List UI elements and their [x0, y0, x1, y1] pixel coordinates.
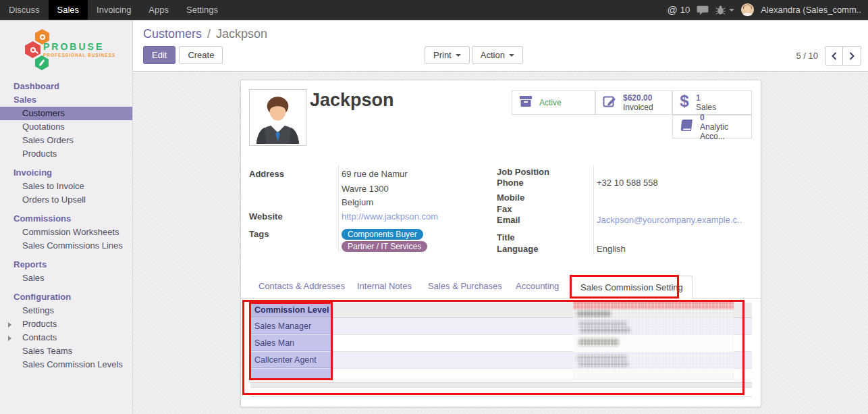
- tab-sales-commission-setting[interactable]: Sales Commission Setting: [571, 276, 693, 299]
- sidebar-item-sales-teams[interactable]: Sales Teams: [0, 344, 132, 358]
- address-line-2[interactable]: Wavre 1300: [342, 184, 389, 194]
- sidebar-section-invoicing[interactable]: Invoicing: [0, 166, 132, 180]
- action-dropdown-button[interactable]: Action: [472, 46, 523, 64]
- tab-accounting[interactable]: Accounting: [516, 281, 559, 291]
- sidebar-section-configuration[interactable]: Configuration: [0, 290, 132, 304]
- create-button[interactable]: Create: [179, 46, 223, 64]
- sales-stat-button[interactable]: $ 1 Sales: [672, 90, 752, 115]
- print-dropdown-button[interactable]: Print: [425, 46, 470, 64]
- customer-photo[interactable]: [249, 89, 306, 146]
- email-link[interactable]: Jackpson@yourcompany.example.c..: [597, 215, 742, 225]
- sidebar-item-sales-commission-levels[interactable]: Sales Commission Levels: [0, 358, 132, 371]
- logo-subtitle: PROFESSIONAL BUSINESS: [43, 53, 115, 57]
- tag-partner-it-services[interactable]: Partner / IT Services: [342, 241, 427, 252]
- address-line-1[interactable]: 69 rue de Namur: [342, 169, 408, 179]
- sidebar-section-dashboard[interactable]: Dashboard: [0, 80, 132, 93]
- sidebar-item-products[interactable]: Products: [0, 147, 132, 161]
- redacted-value: [578, 361, 628, 367]
- breadcrumb-separator: /: [205, 27, 213, 41]
- table-horizontal-scrollbar[interactable]: [250, 382, 752, 388]
- redacted-table-region: [573, 300, 734, 380]
- messages-icon[interactable]: [697, 5, 709, 16]
- sidebar-item-config-contacts[interactable]: Contacts: [0, 331, 132, 344]
- redacted-value: [577, 355, 627, 361]
- analytic-accounts-stat-button[interactable]: 0 Analytic Acco...: [672, 115, 752, 138]
- sidebar-item-quotations[interactable]: Quotations: [0, 120, 132, 134]
- sidebar-item-customers[interactable]: Customers: [0, 107, 132, 120]
- tab-sales-purchases[interactable]: Sales & Purchases: [428, 281, 502, 291]
- address-line-3[interactable]: Belgium: [342, 197, 373, 207]
- website-link[interactable]: http://www.jackpson.com: [342, 211, 438, 222]
- breadcrumb-current: Jackpson: [216, 27, 267, 41]
- nav-item-discuss[interactable]: Discuss: [0, 0, 49, 20]
- tag-components-buyer[interactable]: Components Buyer: [342, 229, 423, 240]
- breadcrumb: Customers / Jackpson: [143, 27, 267, 41]
- dollar-icon: $: [679, 93, 690, 113]
- active-status-label: Active: [539, 98, 562, 107]
- debug-bug-icon[interactable]: [715, 5, 734, 16]
- website-label: Website: [249, 211, 283, 222]
- sidebar-item-commission-worksheets[interactable]: Commission Worksheets: [0, 226, 132, 239]
- nav-item-apps[interactable]: Apps: [140, 0, 178, 20]
- sidebar-section-reports[interactable]: Reports: [0, 258, 132, 271]
- sidebar-item-settings[interactable]: Settings: [0, 304, 132, 317]
- expand-caret-icon[interactable]: [8, 336, 11, 341]
- invoiced-label: Invoiced: [623, 103, 653, 112]
- email-label: Email: [497, 215, 520, 225]
- logo-title: PROBUSE: [43, 41, 104, 52]
- title-label: Title: [497, 232, 515, 242]
- fax-label: Fax: [497, 204, 512, 214]
- sidebar-item-config-products[interactable]: Products: [0, 317, 132, 331]
- tab-contacts-addresses[interactable]: Contacts & Addresses: [259, 281, 345, 291]
- app-window: Discuss Sales Invoicing Apps Settings @ …: [0, 0, 868, 414]
- action-label: Action: [481, 50, 505, 60]
- commission-level-column-header[interactable]: Commission Level: [250, 303, 333, 317]
- language-value[interactable]: English: [597, 244, 626, 254]
- sidebar-section-commissions[interactable]: Commissions: [0, 212, 132, 226]
- sidebar-item-sales-commissions-lines[interactable]: Sales Commissions Lines: [0, 239, 132, 253]
- probuse-logo: PROBUSE PROFESSIONAL BUSINESS: [0, 20, 132, 80]
- analytic-label: Analytic Acco...: [700, 122, 751, 141]
- sidebar-item-sales-to-invoice[interactable]: Sales to Invoice: [0, 180, 132, 193]
- nav-item-sales[interactable]: Sales: [49, 0, 88, 20]
- pager-previous-button[interactable]: [825, 46, 843, 66]
- sidebar-item-sales-orders[interactable]: Sales Orders: [0, 134, 132, 147]
- commission-level-cell[interactable]: Sales Man: [250, 335, 333, 351]
- sidebar-section-sales[interactable]: Sales: [0, 93, 132, 107]
- mentions-counter[interactable]: @ 10: [667, 4, 690, 16]
- commission-level-cell[interactable]: Sales Manager: [250, 318, 333, 334]
- invoiced-stat-button[interactable]: $620.00 Invoiced: [595, 90, 672, 115]
- phone-value[interactable]: +32 10 588 558: [597, 178, 658, 188]
- sidebar-menu: Dashboard Sales Customers Quotations Sal…: [0, 80, 132, 371]
- mobile-label: Mobile: [497, 192, 524, 203]
- expand-caret-icon[interactable]: [8, 322, 11, 328]
- at-icon: @: [667, 4, 677, 16]
- tags-label: Tags: [249, 229, 269, 239]
- language-label: Language: [497, 244, 538, 254]
- logo-tool-hexagon-icon: [35, 55, 49, 70]
- tab-internal-notes[interactable]: Internal Notes: [357, 281, 412, 291]
- nav-item-invoicing[interactable]: Invoicing: [88, 0, 140, 20]
- archive-icon: [518, 95, 533, 111]
- nav-item-settings[interactable]: Settings: [178, 0, 227, 20]
- sidebar-item-reports-sales[interactable]: Sales: [0, 271, 132, 285]
- chevron-down-icon: [456, 54, 461, 57]
- commission-level-cell[interactable]: Callcenter Agent: [250, 352, 333, 368]
- phone-label: Phone: [497, 178, 524, 188]
- commission-level-empty-cell: [250, 369, 333, 380]
- sidebar-item-orders-to-upsell[interactable]: Orders to Upsell: [0, 193, 132, 207]
- breadcrumb-customers-link[interactable]: Customers: [143, 27, 202, 41]
- active-stat-button[interactable]: Active: [512, 90, 595, 115]
- sheet-divider: [250, 396, 752, 397]
- redacted-value: [577, 311, 611, 317]
- user-menu[interactable]: Alexandra (Sales_comm..: [761, 5, 861, 15]
- group-separator: [338, 165, 339, 252]
- pager-next-button[interactable]: [843, 46, 861, 66]
- mention-count: 10: [680, 5, 690, 15]
- redacted-value: [580, 328, 630, 333]
- user-avatar[interactable]: [741, 3, 754, 16]
- chevron-down-icon: [509, 54, 514, 57]
- control-panel: Customers / Jackpson Edit Create Print A…: [133, 20, 868, 72]
- edit-button[interactable]: Edit: [143, 46, 175, 64]
- svg-text:$: $: [680, 93, 689, 110]
